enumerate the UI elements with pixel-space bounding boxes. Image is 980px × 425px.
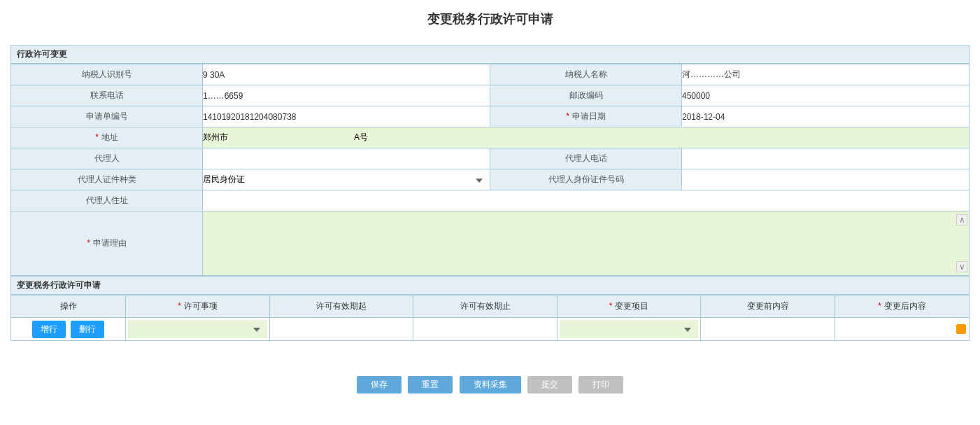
value-taxpayer-id: 9 30A bbox=[203, 64, 490, 85]
agent-phone-input[interactable] bbox=[682, 148, 969, 169]
value-app-no: 14101920181204080738 bbox=[203, 106, 490, 127]
table-row: 增行 删行 bbox=[11, 318, 970, 341]
label-agent-id-type: 代理人证件种类 bbox=[11, 169, 203, 190]
label-postcode: 邮政编码 bbox=[490, 85, 682, 106]
label-agent-id-no: 代理人身份证件号码 bbox=[490, 169, 682, 190]
label-agent: 代理人 bbox=[11, 148, 203, 169]
agent-id-no-input[interactable] bbox=[682, 169, 969, 190]
label-agent-addr: 代理人住址 bbox=[11, 190, 203, 211]
valid-to-input[interactable] bbox=[416, 321, 555, 337]
col-valid-to: 许可有效期止 bbox=[413, 295, 558, 318]
agent-input[interactable] bbox=[203, 148, 490, 169]
scroll-down-icon[interactable]: ∨ bbox=[956, 261, 967, 272]
label-taxpayer-id: 纳税人识别号 bbox=[11, 64, 203, 85]
col-valid-from: 许可有效期起 bbox=[269, 295, 413, 318]
form-table-main: 纳税人识别号 9 30A 纳税人名称 河…………公司 联系电话 1……6659 … bbox=[10, 64, 970, 276]
permit-item-select[interactable] bbox=[128, 320, 267, 338]
button-bar: 保存 重置 资料采集 提交 打印 bbox=[0, 376, 980, 393]
calculator-icon[interactable] bbox=[956, 324, 966, 334]
print-button: 打印 bbox=[578, 376, 623, 393]
col-permit-item: *许可事项 bbox=[126, 295, 270, 318]
label-app-no: 申请单编号 bbox=[11, 106, 203, 127]
value-postcode: 450000 bbox=[682, 85, 970, 106]
add-row-button[interactable]: 增行 bbox=[32, 321, 66, 338]
page-title: 变更税务行政许可申请 bbox=[0, 0, 980, 45]
value-phone: 1……6659 bbox=[203, 85, 490, 106]
valid-from-input[interactable] bbox=[272, 321, 411, 337]
agent-id-type-select[interactable] bbox=[203, 169, 490, 190]
after-input[interactable] bbox=[837, 321, 967, 337]
del-row-button[interactable]: 删行 bbox=[71, 321, 104, 338]
value-taxpayer-name: 河…………公司 bbox=[682, 64, 970, 85]
address-input[interactable] bbox=[203, 127, 969, 148]
label-app-date: *申请日期 bbox=[490, 106, 682, 127]
col-change-item: *变更项目 bbox=[557, 295, 701, 318]
agent-addr-input[interactable] bbox=[203, 190, 969, 211]
label-address: *地址 bbox=[11, 127, 203, 148]
label-phone: 联系电话 bbox=[11, 85, 203, 106]
change-item-select[interactable] bbox=[560, 320, 699, 338]
scroll-up-icon[interactable]: ∧ bbox=[956, 214, 967, 225]
col-before: 变更前内容 bbox=[701, 295, 835, 318]
section2-header: 变更税务行政许可申请 bbox=[10, 276, 970, 295]
reset-button[interactable]: 重置 bbox=[408, 376, 453, 393]
label-reason: *申请理由 bbox=[11, 211, 203, 276]
submit-button: 提交 bbox=[527, 376, 572, 393]
value-app-date: 2018-12-04 bbox=[682, 106, 970, 127]
save-button[interactable]: 保存 bbox=[357, 376, 402, 393]
label-agent-phone: 代理人电话 bbox=[490, 148, 682, 169]
change-grid: 操作 *许可事项 许可有效期起 许可有效期止 *变更项目 变更前内容 *变更后内… bbox=[10, 295, 970, 341]
col-op: 操作 bbox=[11, 295, 126, 318]
section1-header: 行政许可变更 bbox=[10, 45, 970, 64]
collect-button[interactable]: 资料采集 bbox=[460, 376, 521, 393]
label-taxpayer-name: 纳税人名称 bbox=[490, 64, 682, 85]
before-input[interactable] bbox=[703, 321, 832, 337]
reason-textarea[interactable] bbox=[203, 211, 969, 273]
col-after: *变更后内容 bbox=[835, 295, 970, 318]
